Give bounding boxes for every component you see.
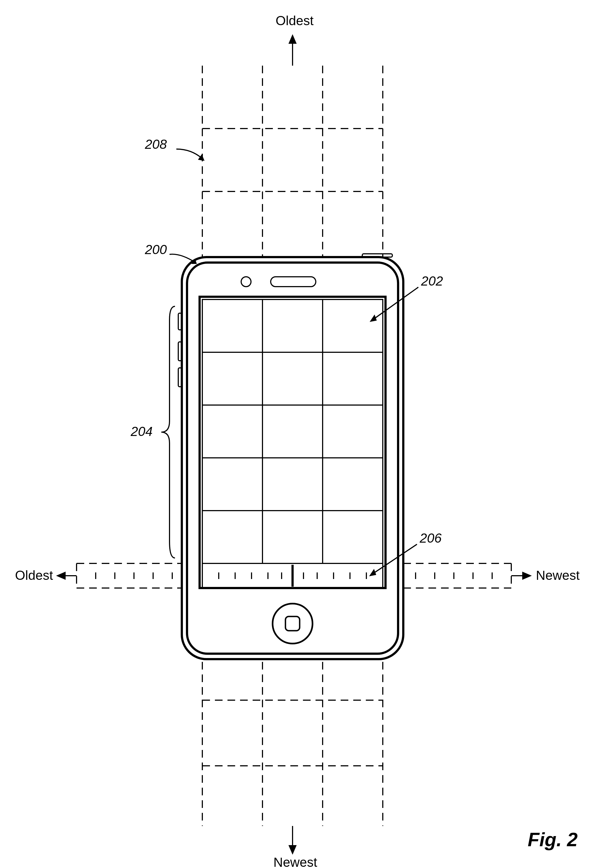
leader-204 (161, 306, 175, 558)
svg-point-44 (273, 604, 313, 644)
svg-line-69 (372, 544, 417, 574)
phone-device (178, 254, 403, 659)
leader-202 (370, 287, 418, 322)
lower-grid-extension (202, 662, 383, 826)
svg-rect-40 (178, 368, 182, 387)
svg-marker-15 (288, 845, 297, 855)
svg-marker-35 (522, 572, 532, 580)
figure-caption: Fig. 2 (528, 829, 578, 851)
svg-rect-47 (202, 299, 383, 563)
ref-206: 206 (420, 530, 442, 546)
ref-208: 208 (145, 137, 167, 152)
arrow-down-newest (288, 826, 297, 855)
label-oldest-left: Oldest (15, 568, 53, 583)
svg-rect-45 (286, 617, 300, 631)
svg-marker-7 (288, 34, 297, 44)
ref-200: 200 (145, 242, 167, 257)
label-newest-right: Newest (536, 568, 580, 583)
svg-rect-39 (178, 342, 182, 361)
timeline-right (403, 563, 511, 588)
arrow-up-oldest (288, 34, 297, 66)
label-newest-bottom: Newest (273, 855, 317, 867)
svg-marker-70 (369, 569, 376, 576)
svg-marker-25 (56, 572, 66, 580)
arrow-left-oldest (56, 572, 77, 580)
leader-208 (176, 149, 204, 161)
svg-point-42 (241, 277, 251, 286)
label-oldest-top: Oldest (276, 13, 314, 28)
svg-rect-46 (200, 297, 385, 588)
timeline-left (77, 563, 182, 588)
on-screen-grid (202, 299, 383, 563)
svg-rect-41 (362, 254, 392, 257)
leader-200 (170, 254, 197, 264)
svg-line-67 (372, 287, 418, 320)
ref-202: 202 (421, 274, 443, 288)
ref-204: 204 (131, 424, 152, 439)
patent-figure-svg: .solid { fill: none; stroke: #000; strok… (0, 0, 616, 867)
svg-marker-71 (198, 154, 204, 161)
upper-grid-extension (202, 66, 383, 257)
svg-rect-43 (271, 277, 316, 286)
leader-206 (369, 544, 417, 576)
arrow-right-newest (511, 572, 532, 580)
timeline-bar (202, 563, 383, 588)
svg-rect-38 (178, 313, 182, 330)
svg-marker-68 (370, 315, 377, 322)
